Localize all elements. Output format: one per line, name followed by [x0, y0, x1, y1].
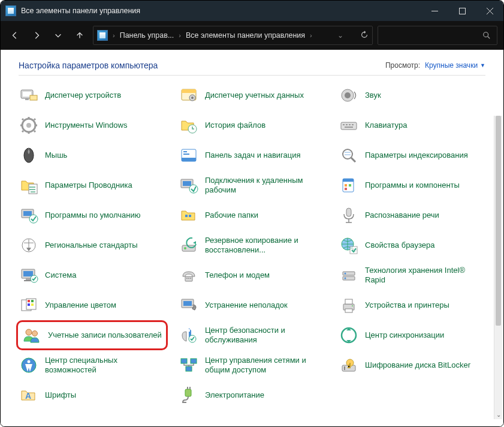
cp-item-label: Технология хранения Intel® Rapid [365, 266, 485, 285]
cp-item[interactable]: Центр безопасности и обслуживания [176, 320, 328, 350]
cp-item-label: Учетные записи пользователей [48, 330, 162, 340]
credentials-icon [179, 85, 199, 106]
chevron-right-icon: › [177, 32, 182, 39]
cp-item[interactable]: Подключения к удаленным рабочим [176, 170, 328, 200]
cp-item-label: Клавиатура [365, 121, 407, 130]
back-button[interactable] [7, 27, 23, 44]
cp-item[interactable]: Региональные стандарты [16, 230, 168, 260]
cp-item[interactable]: Свойства браузера [336, 230, 488, 260]
explorer-options-icon [19, 175, 39, 196]
cp-item-label: Центр синхронизации [365, 330, 444, 340]
cp-item[interactable]: Инструменты Windows [16, 110, 168, 140]
cp-item[interactable]: Резервное копирование и восстановлени... [176, 230, 328, 260]
taskbar-icon [179, 145, 199, 166]
cp-item[interactable]: Устранение неполадок [176, 290, 328, 320]
device-manager-icon [19, 85, 39, 106]
content-area: Настройка параметров компьютера Просмотр… [1, 50, 503, 426]
cp-item[interactable]: Рабочие папки [176, 200, 328, 230]
up-button[interactable] [71, 27, 88, 44]
view-by-value: Крупные значки [425, 61, 478, 70]
cp-item[interactable]: Программы и компоненты [336, 170, 488, 200]
chevron-down-icon[interactable]: ⌄ [336, 31, 345, 40]
sync-center-icon [339, 325, 359, 345]
navbar: › Панель управ... › Все элементы панели … [1, 21, 503, 50]
cp-item[interactable]: Учетные записи пользователей [16, 320, 168, 350]
cp-item[interactable]: Электропитание [176, 380, 328, 410]
cp-item[interactable]: Диспетчер учетных данных [176, 80, 328, 110]
items-grid: Диспетчер устройствДиспетчер учетных дан… [1, 76, 503, 416]
cp-item-label: Параметры индексирования [365, 151, 468, 160]
backup-icon [179, 235, 199, 255]
forward-button[interactable] [28, 27, 45, 44]
address-bar[interactable]: › Панель управ... › Все элементы панели … [93, 26, 373, 45]
cp-item-label: Резервное копирование и восстановлени... [205, 236, 325, 255]
cp-item[interactable]: Система [16, 260, 168, 290]
cp-item-label: Звук [365, 91, 381, 100]
cp-item-label: Программы и компоненты [365, 181, 460, 190]
app-icon [5, 5, 16, 16]
cp-item[interactable]: Центр специальных возможностей [16, 350, 168, 380]
search-box[interactable] [378, 26, 497, 45]
devices-printers-icon [339, 295, 359, 315]
indexing-icon [339, 145, 359, 166]
internet-options-icon [339, 235, 359, 255]
minimize-button[interactable] [421, 1, 448, 21]
cp-item[interactable]: Технология хранения Intel® Rapid [336, 260, 488, 290]
cp-item-label: Распознавание речи [365, 211, 439, 220]
intel-rapid-icon [339, 265, 359, 285]
security-center-icon [179, 325, 199, 345]
chevron-right-icon: › [111, 32, 116, 39]
scrollbar[interactable]: ⌄ [494, 116, 502, 419]
cp-item[interactable]: Параметры Проводника [16, 170, 168, 200]
cp-item[interactable]: Центр управления сетями и общим доступом [176, 350, 328, 380]
cp-item-label: Шрифты [45, 390, 76, 400]
cp-item[interactable]: Телефон и модем [176, 260, 328, 290]
cp-item[interactable]: Панель задач и навигация [176, 140, 328, 170]
cp-item[interactable]: Звук [336, 80, 488, 110]
titlebar: Все элементы панели управления [1, 1, 503, 21]
scrollbar-thumb[interactable] [496, 116, 501, 326]
cp-item[interactable]: Центр синхронизации [336, 320, 488, 350]
breadcrumb-seg2[interactable]: Все элементы панели управления [186, 31, 305, 40]
control-panel-icon [97, 30, 108, 41]
speech-icon [339, 205, 359, 225]
maximize-button[interactable] [448, 1, 476, 21]
cp-item[interactable]: Параметры индексирования [336, 140, 488, 170]
remote-desktop-icon [179, 175, 199, 196]
cp-item[interactable]: Шифрование диска BitLocker [336, 350, 488, 380]
scroll-down-icon[interactable]: ⌄ [494, 411, 502, 418]
cp-item-label: Мышь [45, 151, 67, 160]
cp-item-label: Центр управления сетями и общим доступом [205, 356, 325, 375]
sound-icon [339, 85, 359, 106]
cp-item[interactable]: Клавиатура [336, 110, 488, 140]
tools-icon [19, 115, 39, 136]
cp-item[interactable]: Управление цветом [16, 290, 168, 320]
cp-item-label: Диспетчер учетных данных [205, 91, 304, 100]
cp-item[interactable]: Мышь [16, 140, 168, 170]
cp-item[interactable]: Распознавание речи [336, 200, 488, 230]
cp-item-label: Устройства и принтеры [365, 300, 449, 310]
file-history-icon [179, 115, 199, 136]
bitlocker-icon [339, 355, 359, 375]
chevron-right-icon: › [309, 32, 313, 39]
fonts-icon [19, 385, 39, 405]
close-button[interactable] [476, 1, 503, 21]
cp-item-label: Устранение неполадок [205, 300, 288, 310]
recent-dropdown-button[interactable] [50, 27, 67, 44]
cp-item[interactable]: Устройства и принтеры [336, 290, 488, 320]
refresh-button[interactable] [360, 31, 369, 41]
power-icon [179, 385, 199, 405]
user-accounts-icon [22, 325, 42, 345]
cp-item[interactable]: Шрифты [16, 380, 168, 410]
cp-item[interactable]: Программы по умолчанию [16, 200, 168, 230]
cp-item-label: Инструменты Windows [45, 121, 127, 130]
breadcrumb-seg1[interactable]: Панель управ... [120, 31, 174, 40]
cp-item[interactable]: История файлов [176, 110, 328, 140]
cp-item[interactable]: Диспетчер устройств [16, 80, 168, 110]
page-title: Настройка параметров компьютера [19, 61, 158, 70]
phone-modem-icon [179, 265, 199, 285]
troubleshoot-icon [179, 295, 199, 315]
ease-access-icon [19, 355, 39, 375]
view-by-dropdown[interactable]: Крупные значки ▼ [425, 61, 485, 70]
cp-item-label: Диспетчер устройств [45, 91, 121, 100]
